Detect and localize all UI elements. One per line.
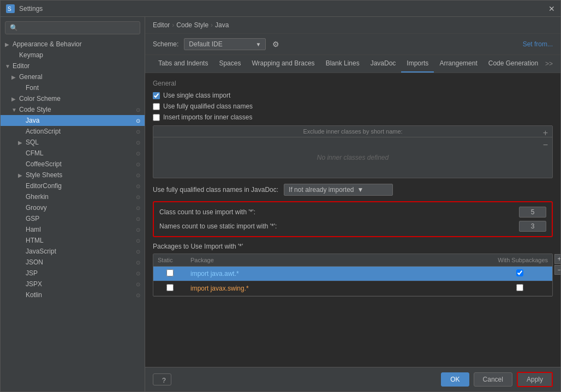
expand-arrow: ▶: [18, 172, 25, 178]
copy-icon: ⊙: [136, 249, 140, 255]
tab-code-generation[interactable]: Code Generation: [483, 55, 544, 73]
static-checkbox[interactable]: [166, 284, 174, 291]
sidebar-item-kotlin[interactable]: Kotlin ⊙: [1, 290, 145, 300]
apply-button[interactable]: Apply: [517, 372, 553, 387]
cancel-button[interactable]: Cancel: [474, 372, 512, 387]
close-button[interactable]: ✕: [548, 4, 555, 13]
copy-icon: ⊙: [136, 227, 140, 233]
expand-arrow: [11, 52, 18, 58]
help-button[interactable]: ?: [153, 373, 171, 385]
tab-tabs-and-indents[interactable]: Tabs and Indents: [153, 55, 213, 73]
copy-icon: ⊙: [136, 194, 140, 200]
expand-arrow: [18, 183, 25, 189]
copy-icon: ⊙: [136, 281, 140, 287]
exclude-body: No inner classes defined: [153, 137, 552, 178]
names-count-row: Names count to use static import with '*…: [159, 221, 546, 232]
sidebar-item-sql[interactable]: ▶ SQL ⊙: [1, 137, 145, 148]
sidebar-item-font[interactable]: Font: [1, 82, 145, 93]
checkbox-single-class: Use single class import: [153, 92, 553, 99]
sidebar-item-general[interactable]: ▶ General: [1, 71, 145, 82]
sidebar-item-javascript[interactable]: JavaScript ⊙: [1, 246, 145, 257]
single-class-label: Use single class import: [163, 92, 230, 99]
tab-blank-lines[interactable]: Blank Lines: [320, 55, 365, 73]
set-from-link[interactable]: Set from...: [523, 40, 553, 48]
sidebar-item-label: ActionScript: [26, 128, 61, 135]
svg-text:S: S: [8, 6, 11, 12]
dropdown-arrow-icon: ▼: [357, 186, 364, 194]
qualified-value: If not already imported: [289, 186, 354, 194]
expand-arrow: [18, 129, 25, 135]
tab-javadoc[interactable]: JavaDoc: [365, 55, 402, 73]
copy-icon: ⊙: [136, 183, 140, 189]
scheme-dropdown[interactable]: Default IDE ▼: [184, 38, 266, 50]
expand-arrow: ▼: [11, 107, 18, 113]
qualified-dropdown[interactable]: If not already imported ▼: [284, 184, 393, 196]
sidebar-item-jsp[interactable]: JSP ⊙: [1, 268, 145, 279]
sidebar-item-label: JSP: [26, 269, 38, 277]
copy-icon: ⊙: [136, 292, 140, 298]
gear-button[interactable]: ⚙: [271, 39, 280, 50]
expand-arrow: [18, 150, 25, 156]
checkbox-insert-imports: Insert imports for inner classes: [153, 113, 553, 121]
class-count-input[interactable]: [519, 207, 546, 218]
tab-spaces[interactable]: Spaces: [213, 55, 246, 73]
sidebar-item-stylesheets[interactable]: ▶ Style Sheets ⊙: [1, 170, 145, 180]
static-checkbox[interactable]: [166, 269, 174, 276]
package-column-header: Package: [186, 254, 487, 267]
table-row[interactable]: import javax.swing.*: [153, 281, 552, 296]
exclude-empty-text: No inner classes defined: [317, 154, 389, 161]
sidebar-item-jspx[interactable]: JSPX ⊙: [1, 279, 145, 290]
breadcrumb: Editor › Code Style › Java: [145, 17, 560, 34]
package-cell: import javax.swing.*: [186, 281, 487, 296]
sidebar-item-code-style[interactable]: ▼ Code Style ⊙: [1, 104, 145, 115]
sidebar-item-java[interactable]: Java ⊙: [1, 115, 145, 126]
copy-icon: ⊙: [136, 260, 140, 266]
fully-qualified-checkbox[interactable]: [153, 103, 160, 110]
exclude-remove-button[interactable]: −: [539, 138, 552, 152]
scheme-bar: Scheme: Default IDE ▼ ⚙ Set from...: [145, 34, 560, 55]
sidebar-item-actionscript[interactable]: ActionScript ⊙: [1, 126, 145, 137]
expand-arrow: [18, 161, 25, 167]
table-row[interactable]: import java.awt.*: [153, 267, 552, 281]
sidebar-item-label: Java: [26, 117, 39, 124]
sidebar-item-label: Groovy: [26, 204, 47, 212]
sidebar-item-appearance[interactable]: ▶ Appearance & Behavior: [1, 39, 145, 50]
sidebar-item-label: Editor: [13, 62, 29, 70]
main-content: ▶ Appearance & Behavior Keymap ▼ Editor …: [1, 17, 560, 391]
insert-imports-checkbox[interactable]: [153, 114, 160, 121]
tab-imports[interactable]: Imports: [401, 55, 434, 73]
subpackages-checkbox[interactable]: [516, 269, 523, 276]
sidebar-item-haml[interactable]: Haml ⊙: [1, 224, 145, 235]
sidebar-item-keymap[interactable]: Keymap: [1, 50, 145, 61]
tab-wrapping-and-braces[interactable]: Wrapping and Braces: [246, 55, 320, 73]
single-class-checkbox[interactable]: [153, 92, 160, 99]
main-panel: Editor › Code Style › Java Scheme: Defau…: [145, 17, 560, 391]
sidebar-item-color-scheme[interactable]: ▶ Color Scheme: [1, 93, 145, 104]
sidebar-item-label: HTML: [26, 237, 44, 244]
sidebar-item-gsp[interactable]: GSP ⊙: [1, 213, 145, 224]
search-input[interactable]: [5, 21, 140, 34]
names-count-input[interactable]: [519, 221, 546, 232]
sidebar-item-json[interactable]: JSON ⊙: [1, 257, 145, 268]
tab-overflow-button[interactable]: >>: [545, 60, 553, 68]
sidebar-item-editorconfig[interactable]: EditorConfig ⊙: [1, 180, 145, 191]
sidebar-item-html[interactable]: HTML ⊙: [1, 235, 145, 246]
tab-arrangement[interactable]: Arrangement: [434, 55, 482, 73]
sidebar-item-label: JSPX: [26, 280, 42, 288]
sidebar-item-groovy[interactable]: Groovy ⊙: [1, 202, 145, 213]
table-remove-button[interactable]: −: [554, 265, 560, 275]
sidebar-item-coffeescript[interactable]: CoffeeScript ⊙: [1, 159, 145, 170]
copy-icon: ⊙: [136, 205, 140, 211]
sidebar-item-gherkin[interactable]: Gherkin ⊙: [1, 191, 145, 202]
sidebar-item-label: Style Sheets: [26, 171, 62, 179]
sidebar-item-label: Appearance & Behavior: [13, 40, 82, 48]
sidebar-item-cfml[interactable]: CFML ⊙: [1, 148, 145, 159]
sidebar-item-label: General: [19, 73, 43, 81]
subpackages-checkbox[interactable]: [516, 284, 523, 291]
ok-button[interactable]: OK: [441, 372, 469, 387]
sidebar-item-editor[interactable]: ▼ Editor: [1, 61, 145, 71]
table-add-button[interactable]: +: [554, 254, 560, 264]
window-title: Settings: [19, 5, 548, 13]
copy-icon: ⊙: [136, 107, 140, 113]
sidebar-item-label: CoffeeScript: [26, 160, 62, 168]
